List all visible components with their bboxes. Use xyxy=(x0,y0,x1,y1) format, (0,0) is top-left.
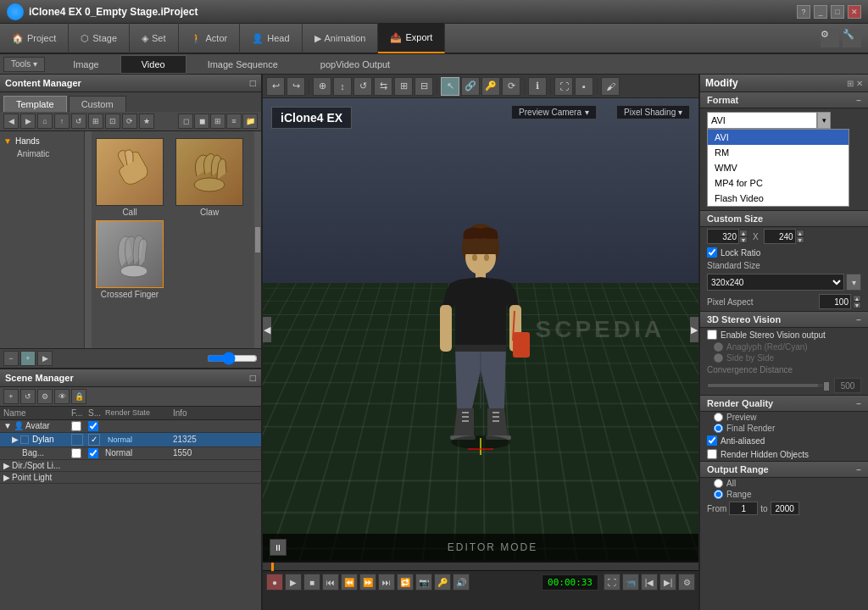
cm-rotate-btn[interactable]: ⟳ xyxy=(122,114,137,129)
sub-tab-image[interactable]: Image xyxy=(52,55,120,74)
sm-add-btn[interactable]: + xyxy=(3,389,19,404)
vp-loop-btn[interactable]: ⟳ xyxy=(502,77,520,96)
vp-undo-btn[interactable]: ↩ xyxy=(266,77,285,96)
cm-folder-btn[interactable]: 📁 xyxy=(242,114,258,129)
stereo-sidebyside-radio[interactable] xyxy=(714,353,723,363)
cm-refresh-btn[interactable]: ↺ xyxy=(71,114,86,129)
vp-info-btn[interactable]: ℹ xyxy=(528,77,547,96)
finalrender-radio[interactable] xyxy=(714,424,723,433)
stdsize-apply-btn[interactable]: ▾ xyxy=(846,274,861,291)
height-input[interactable] xyxy=(764,229,796,244)
cm-home-btn[interactable]: ⌂ xyxy=(37,114,53,129)
vp-render-btn[interactable]: ▪ xyxy=(575,77,593,96)
renderhidden-checkbox[interactable] xyxy=(707,449,717,459)
tl-stop-btn[interactable]: ■ xyxy=(303,574,320,591)
tl-rewind-btn[interactable]: ⏪ xyxy=(341,574,358,591)
cm-item-call[interactable]: Call xyxy=(92,138,168,217)
stereo-anaglyph-radio[interactable] xyxy=(714,342,723,352)
cm-tree-animatic[interactable]: Animatic xyxy=(3,147,81,160)
minimize-button[interactable]: _ xyxy=(814,5,827,19)
pa-down[interactable]: ▼ xyxy=(853,302,861,308)
vp-move-btn[interactable]: ⊕ xyxy=(313,77,331,96)
tl-record-btn[interactable]: ● xyxy=(266,574,283,591)
height-down[interactable]: ▼ xyxy=(796,236,804,243)
nav-stage[interactable]: ⬡ Stage xyxy=(69,23,130,53)
camera-selector[interactable]: Preview Camera ▾ xyxy=(511,105,597,119)
outputrange-collapse[interactable]: − xyxy=(856,465,861,474)
vp-fullscreen-btn[interactable]: ⛶ xyxy=(554,77,573,96)
convergence-value[interactable] xyxy=(834,378,861,393)
cm-tab-custom[interactable]: Custom xyxy=(69,96,126,112)
vp-key-btn[interactable]: 🔑 xyxy=(481,77,500,96)
convergence-slider-track[interactable] xyxy=(707,383,831,388)
sub-tab-video[interactable]: Video xyxy=(120,55,186,74)
cm-tree-hands[interactable]: ▼ Hands xyxy=(3,135,81,147)
stereo-collapse[interactable]: − xyxy=(856,315,861,324)
vp-scale-btn[interactable]: ↕ xyxy=(333,77,352,96)
sm-cb-frozen-0[interactable] xyxy=(71,421,81,431)
width-input[interactable] xyxy=(707,229,739,244)
table-row[interactable]: Bag... Normal 1550 xyxy=(0,447,261,460)
sm-settings-btn[interactable]: ⚙ xyxy=(37,389,53,404)
vp-mirror-btn[interactable]: ⇆ xyxy=(374,77,392,96)
nav-actor[interactable]: 🚶 Actor xyxy=(179,23,241,53)
cm-scroll-range[interactable] xyxy=(207,352,258,365)
nav-export[interactable]: 📤 Export xyxy=(378,23,445,53)
cm-star-btn[interactable]: ★ xyxy=(139,114,154,129)
pixel-aspect-input[interactable] xyxy=(819,294,851,309)
rp-format-collapse[interactable]: − xyxy=(856,96,861,105)
width-up[interactable]: ▲ xyxy=(739,230,748,236)
range-radio[interactable] xyxy=(714,490,723,499)
format-option-mp4[interactable]: MP4 for PC xyxy=(708,175,849,191)
cm-next-btn[interactable]: ▶ xyxy=(37,351,53,366)
sub-tab-popvideo[interactable]: popVideo Output xyxy=(299,55,411,74)
cm-add-btn[interactable]: + xyxy=(20,351,36,366)
cm-scrollbar[interactable] xyxy=(254,131,261,348)
format-input[interactable] xyxy=(707,112,817,129)
settings-icon[interactable]: ⚙ xyxy=(821,29,839,47)
cm-tab-template[interactable]: Template xyxy=(3,96,67,112)
height-up[interactable]: ▲ xyxy=(796,230,804,236)
format-option-wmv[interactable]: WMV xyxy=(708,160,849,175)
tl-loop-btn[interactable]: 🔁 xyxy=(397,574,414,591)
tl-capture-btn[interactable]: 📷 xyxy=(415,574,432,591)
cm-up-btn[interactable]: ↑ xyxy=(54,114,70,129)
width-down[interactable]: ▼ xyxy=(739,236,748,243)
format-dropdown-toggle[interactable]: ▾ xyxy=(817,112,831,129)
tl-play-btn[interactable]: ▶ xyxy=(285,574,302,591)
close-button[interactable]: ✕ xyxy=(848,5,861,19)
cm-search-btn[interactable]: ⊞ xyxy=(88,114,103,129)
nav-animation[interactable]: ▶ Animation xyxy=(303,23,379,53)
sub-tab-image-sequence[interactable]: Image Sequence xyxy=(186,55,299,74)
table-row[interactable]: ▼ 👤 Avatar xyxy=(0,420,261,433)
cm-minus-btn[interactable]: − xyxy=(3,351,19,366)
table-row[interactable]: ▶ Point Light xyxy=(0,472,261,484)
nav-project[interactable]: 🏠 Project xyxy=(0,23,69,53)
cm-list-btn[interactable]: ≡ xyxy=(226,114,242,129)
cm-fwd-btn[interactable]: ▶ xyxy=(20,114,36,129)
sm-cb-frozen-2[interactable] xyxy=(71,448,81,458)
to-input[interactable] xyxy=(771,502,799,515)
tools-icon[interactable]: 🔧 xyxy=(843,29,861,47)
tl-prev-frame-btn[interactable]: ⏮ xyxy=(322,574,339,591)
tl-settings-btn[interactable]: ⚙ xyxy=(678,574,695,591)
cm-back-btn[interactable]: ◀ xyxy=(3,114,19,129)
pause-btn[interactable]: ⏸ xyxy=(270,539,287,556)
vp-link-btn[interactable]: 🔗 xyxy=(461,77,480,96)
nav-head[interactable]: 👤 Head xyxy=(240,23,302,53)
format-option-flash[interactable]: Flash Video xyxy=(708,191,849,206)
vp-paint-btn[interactable]: 🖌 xyxy=(601,77,620,96)
pa-up[interactable]: ▲ xyxy=(853,295,861,302)
content-manager-close[interactable]: □ xyxy=(250,77,256,89)
scene-manager-close[interactable]: □ xyxy=(250,372,256,384)
cm-size-large-btn[interactable]: ⊞ xyxy=(210,114,225,129)
left-collapse-btn[interactable]: ◀ xyxy=(263,317,271,342)
tl-next-frame-btn[interactable]: ⏭ xyxy=(378,574,395,591)
cm-size-med-btn[interactable]: ◼ xyxy=(194,114,209,129)
vp-ungroup-btn[interactable]: ⊟ xyxy=(415,77,433,96)
tl-next-mark-btn[interactable]: ▶| xyxy=(659,574,676,591)
cm-grid-btn[interactable]: ⊡ xyxy=(105,114,120,129)
help-button[interactable]: ? xyxy=(797,5,810,19)
tl-screen-btn[interactable]: ⛶ xyxy=(604,574,620,591)
shader-selector[interactable]: Pixel Shading ▾ xyxy=(616,105,690,119)
